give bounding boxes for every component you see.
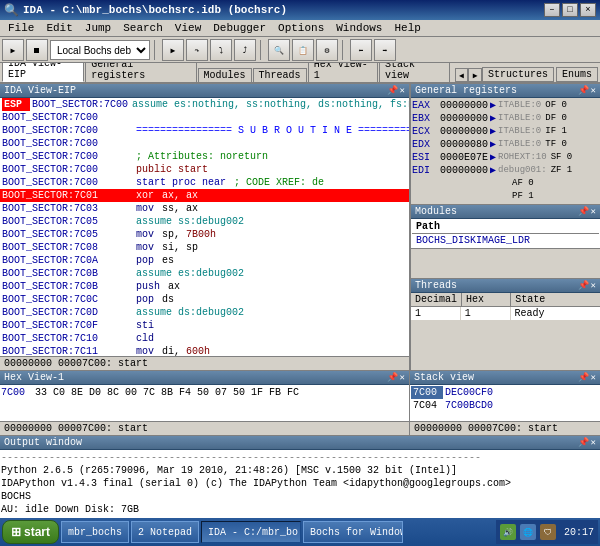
hex-pin-icon[interactable]: 📌 (387, 372, 398, 383)
minimize-button[interactable]: – (544, 3, 560, 17)
modules-scrollbar[interactable] (411, 248, 600, 278)
taskbar-item-bochs[interactable]: Bochs for Window... (303, 521, 403, 543)
registers-content: EAX 00000000 ▶ ITABLE:0 OF 0 EBX 0000000… (411, 98, 600, 204)
panel-close-icon[interactable]: ✕ (400, 85, 405, 96)
output-pin-icon[interactable]: 📌 (578, 437, 589, 448)
modules-content: Path BOCHS_DISKIMAGE_LDR (411, 219, 600, 248)
pin-icon[interactable]: 📌 (387, 85, 398, 96)
hex-close-icon[interactable]: ✕ (400, 372, 405, 383)
debugger-select[interactable]: Local Bochs debugger (50, 40, 150, 60)
threads-title: Threads (415, 280, 457, 291)
reg-eax-name: EAX (412, 99, 440, 112)
reg-ecx-val: 00000000 (440, 125, 488, 138)
taskbar-item-ida[interactable]: IDA - C:/mbr_bo... (201, 521, 301, 543)
tray-icon-3: 🛡 (540, 524, 556, 540)
code-line-cld: BOOT_SECTOR:7C10 cld (0, 332, 409, 345)
registers-header: General registers 📌 ✕ (411, 84, 600, 98)
tab-stack-view[interactable]: Stack view (379, 63, 449, 82)
menu-edit[interactable]: Edit (40, 21, 78, 35)
hex-content[interactable]: 7C00 33 C0 8E D0 8C 00 7C 8B F4 50 07 50… (0, 385, 409, 421)
menu-view[interactable]: View (169, 21, 207, 35)
menu-jump[interactable]: Jump (79, 21, 117, 35)
toolbar-btn-3[interactable]: ▶ (162, 39, 184, 61)
close-button[interactable]: × (580, 3, 596, 17)
toolbar-btn-1[interactable]: ▶ (2, 39, 24, 61)
code-line-esp: ESP BOOT_SECTOR:7C00 assume es:nothing, … (0, 98, 409, 111)
clock: 20:17 (564, 527, 594, 538)
toolbar-btn-2[interactable]: ⏹ (26, 39, 48, 61)
bottom-section: Hex View-1 📌 ✕ 7C00 33 C0 8E D0 8C 00 7C… (0, 370, 600, 435)
hex-view-header: Hex View-1 📌 ✕ (0, 371, 409, 385)
taskbar-item-mbr[interactable]: mbr_bochs (61, 521, 129, 543)
output-line-separator: ----------------------------------------… (1, 451, 599, 464)
stack-pin-icon[interactable]: 📌 (578, 372, 589, 383)
stack-line-1: 7C00 DEC00CF0 (411, 386, 599, 399)
code-proc: BOOT_SECTOR:7C00 start proc near ; CODE … (0, 176, 409, 189)
ida-panel-header: IDA View-EIP 📌 ✕ (0, 84, 409, 98)
menu-debugger[interactable]: Debugger (207, 21, 272, 35)
output-close-icon[interactable]: ✕ (591, 437, 596, 448)
modules-col-header: Path (412, 220, 599, 234)
enums-link[interactable]: Enums (556, 67, 598, 82)
toolbar-btn-10[interactable]: ⬅ (350, 39, 372, 61)
reg-ebx-extra: ITABLE:0 (498, 112, 541, 125)
toolbar-btn-4[interactable]: ↷ (186, 39, 208, 61)
modules-pin-icon[interactable]: 📌 (578, 206, 589, 217)
reg-row-edi: EDI 00000000 ▶ debug001: ZF 1 (412, 164, 599, 177)
tab-modules[interactable]: Modules (198, 68, 252, 82)
menu-options[interactable]: Options (272, 21, 330, 35)
toolbar-btn-5[interactable]: ⤵ (210, 39, 232, 61)
output-content[interactable]: ----------------------------------------… (0, 450, 600, 525)
taskbar-ida-label: IDA - C:/mbr_bo... (208, 527, 301, 538)
stack-view-panel: Stack view 📌 ✕ 7C00 DEC00CF0 7C04 7C00BC… (410, 371, 600, 435)
threads-pin-icon[interactable]: 📌 (578, 280, 589, 291)
tab-general-regs[interactable]: General registers (85, 63, 196, 82)
code-blank-2: BOOT_SECTOR:7C00 (0, 137, 409, 150)
toolbar-btn-9[interactable]: ⚙ (316, 39, 338, 61)
stack-content[interactable]: 7C00 DEC00CF0 7C04 7C00BCD0 (410, 385, 600, 421)
reg-row-esi: ESI 0000E07E ▶ ROHEXT:10 SF 0 (412, 151, 599, 164)
code-line-mov-si: BOOT_SECTOR:7C08 mov si, sp (0, 241, 409, 254)
start-button[interactable]: ⊞ start (2, 520, 59, 544)
thread-row-1[interactable]: 1 1 Ready (411, 307, 600, 320)
menu-search[interactable]: Search (117, 21, 169, 35)
modules-close-icon[interactable]: ✕ (591, 206, 596, 217)
tab-arrow-left[interactable]: ◀ (455, 68, 469, 82)
menu-file[interactable]: File (2, 21, 40, 35)
tab-arrow-right[interactable]: ▶ (468, 68, 482, 82)
reg-esi-val: 0000E07E (440, 151, 488, 164)
toolbar-btn-7[interactable]: 🔍 (268, 39, 290, 61)
reg-flag-af: AF 0 (512, 177, 534, 190)
structures-link[interactable]: Structures (482, 67, 554, 82)
stack-close-icon[interactable]: ✕ (591, 372, 596, 383)
reg-ecx-arrow: ▶ (490, 125, 496, 138)
taskbar-item-notepad[interactable]: 2 Notepad (131, 521, 199, 543)
menu-help[interactable]: Help (388, 21, 426, 35)
tray-icon-1: 🔊 (500, 524, 516, 540)
menu-windows[interactable]: Windows (330, 21, 388, 35)
code-line-mov-sp: BOOT_SECTOR:7C05 mov sp, 7B00h (0, 228, 409, 241)
registers-pin-icon[interactable]: 📌 (578, 85, 589, 96)
module-item-1[interactable]: BOCHS_DISKIMAGE_LDR (412, 234, 599, 247)
threads-close-icon[interactable]: ✕ (591, 280, 596, 291)
tab-hex-view[interactable]: Hex View-1 (308, 63, 378, 82)
toolbar-btn-6[interactable]: ⤴ (234, 39, 256, 61)
toolbar-btn-11[interactable]: ➡ (374, 39, 396, 61)
middle-section: IDA View-EIP 📌 ✕ ESP BOOT_SECTOR:7C00 as… (0, 83, 600, 370)
reg-flag-df: DF 0 (545, 112, 567, 125)
tab-threads[interactable]: Threads (253, 68, 307, 82)
toolbar-btn-8[interactable]: 📋 (292, 39, 314, 61)
code-line-assume: BOOT_SECTOR:7C00 (30, 98, 128, 111)
tab-ida-view[interactable]: IDA View-EIP (2, 63, 84, 82)
registers-close-icon[interactable]: ✕ (591, 85, 596, 96)
reg-ecx-name: ECX (412, 125, 440, 138)
stack-view-header: Stack view 📌 ✕ (410, 371, 600, 385)
code-view[interactable]: ESP BOOT_SECTOR:7C00 assume es:nothing, … (0, 98, 409, 356)
stack-val-1: DEC00CF0 (443, 386, 495, 399)
taskbar-mbr-label: mbr_bochs (68, 527, 122, 538)
maximize-button[interactable]: □ (562, 3, 578, 17)
code-line-pop-es: BOOT_SECTOR:7C0A pop es (0, 254, 409, 267)
code-separator: BOOT_SECTOR:7C00 ================ S U B … (0, 124, 409, 137)
reg-flag-pf: PF 1 (512, 190, 534, 203)
tray-icon-2: 🌐 (520, 524, 536, 540)
